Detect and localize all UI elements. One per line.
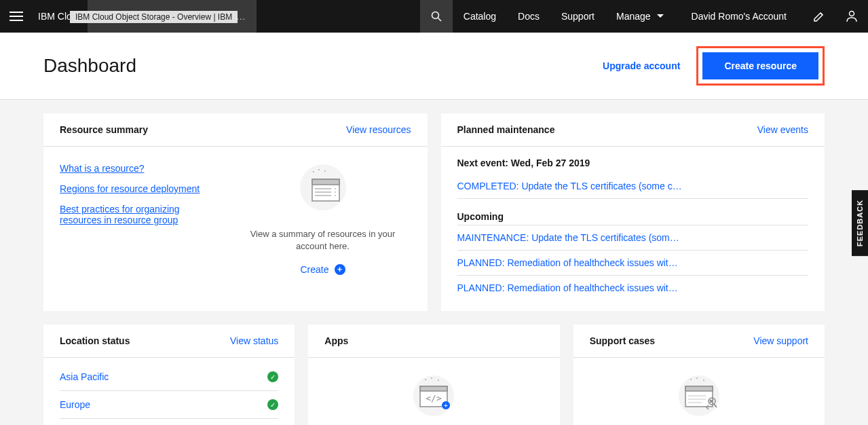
view-resources-link[interactable]: View resources	[346, 124, 411, 135]
nav-catalog[interactable]: Catalog	[453, 0, 507, 33]
resource-help-link[interactable]: What is a resource?	[60, 163, 219, 174]
user-icon[interactable]	[835, 0, 868, 33]
feedback-tab[interactable]: FEEDBACK	[852, 190, 868, 256]
location-title: Location status	[60, 335, 130, 346]
svg-point-16	[335, 191, 336, 193]
svg-rect-0	[10, 12, 23, 13]
svg-point-3	[432, 12, 438, 19]
nav-manage-label: Manage	[616, 11, 651, 22]
event-row[interactable]: MAINTENANCE: Update the TLS certificates…	[457, 225, 809, 251]
cases-title: Support cases	[590, 335, 655, 346]
svg-point-17	[335, 195, 336, 196]
svg-point-9	[324, 170, 326, 172]
svg-point-30	[703, 380, 704, 381]
page-title: Dashboard	[43, 55, 136, 77]
resource-illustration-icon	[299, 163, 347, 212]
account-name[interactable]: David Romo's Account	[675, 0, 803, 33]
location-row[interactable]: North America	[60, 419, 278, 425]
status-ok-icon	[267, 371, 278, 382]
search-icon[interactable]	[420, 0, 453, 33]
location-status-card: Location status View status Asia Pacific…	[43, 325, 295, 425]
support-illustration-icon	[675, 374, 723, 418]
support-cases-card: Support cases View support	[573, 325, 825, 425]
svg-point-8	[318, 169, 320, 170]
svg-rect-2	[10, 20, 23, 21]
svg-point-7	[313, 171, 314, 172]
top-nav: IBM Cloud Search resources and offerings…	[0, 0, 868, 33]
event-row[interactable]: COMPLETED: Update the TLS certificates (…	[457, 174, 809, 199]
create-resource-inline-link[interactable]: Create +	[300, 264, 345, 275]
view-status-link[interactable]: View status	[230, 335, 278, 346]
resource-help-link[interactable]: Best practices for organizing resources …	[60, 204, 219, 225]
nav-manage[interactable]: Manage	[605, 0, 675, 33]
apps-card: Apps </> +	[308, 325, 559, 425]
add-icon: +	[335, 264, 345, 275]
page-header: Dashboard Upgrade account Create resourc…	[0, 33, 868, 100]
view-events-link[interactable]: View events	[757, 124, 808, 135]
view-support-link[interactable]: View support	[753, 335, 808, 346]
svg-point-19	[425, 379, 426, 380]
create-resource-button[interactable]: Create resource	[702, 52, 818, 79]
maintenance-title: Planned maintenance	[457, 124, 555, 135]
resource-summary-title: Resource summary	[60, 124, 148, 135]
event-row[interactable]: PLANNED: Remediation of healthcheck issu…	[457, 251, 809, 276]
resource-help-link[interactable]: Regions for resource deployment	[60, 183, 219, 194]
svg-point-15	[335, 188, 336, 189]
location-row[interactable]: Europe	[60, 391, 278, 419]
svg-line-4	[438, 18, 441, 22]
next-event-label: Next event: Wed, Feb 27 2019	[457, 158, 809, 168]
svg-point-5	[850, 12, 854, 16]
apps-title: Apps	[324, 335, 348, 346]
status-ok-icon	[267, 399, 278, 410]
chevron-down-icon	[656, 14, 664, 19]
resource-summary-card: Resource summary View resources What is …	[43, 113, 428, 311]
svg-point-28	[690, 379, 692, 380]
edit-icon[interactable]	[803, 0, 835, 33]
resource-illus-text: View a summary of resources in your acco…	[235, 228, 411, 253]
nav-docs[interactable]: Docs	[507, 0, 550, 33]
svg-text:</>: </>	[426, 393, 442, 403]
hamburger-menu-icon[interactable]	[0, 0, 33, 33]
location-row[interactable]: Asia Pacific	[60, 363, 278, 391]
location-name: Asia Pacific	[60, 371, 109, 382]
svg-rect-32	[685, 386, 713, 391]
planned-maintenance-card: Planned maintenance View events Next eve…	[441, 113, 825, 311]
svg-rect-1	[10, 16, 23, 17]
upcoming-label: Upcoming	[457, 204, 809, 225]
svg-rect-23	[420, 386, 447, 391]
upgrade-account-link[interactable]: Upgrade account	[603, 60, 680, 71]
create-inline-label: Create	[300, 264, 328, 275]
apps-illustration-icon: </> +	[409, 374, 458, 418]
nav-support[interactable]: Support	[550, 0, 605, 33]
svg-point-29	[696, 377, 698, 379]
location-name: Europe	[60, 399, 90, 410]
svg-rect-11	[312, 179, 339, 185]
svg-point-20	[431, 377, 432, 379]
create-resource-highlight: Create resource	[696, 46, 825, 86]
svg-point-21	[438, 380, 439, 381]
svg-text:+: +	[445, 402, 449, 409]
event-row[interactable]: PLANNED: Remediation of healthcheck issu…	[457, 276, 809, 300]
tab-tooltip: IBM Cloud Object Storage - Overview | IB…	[70, 11, 238, 23]
